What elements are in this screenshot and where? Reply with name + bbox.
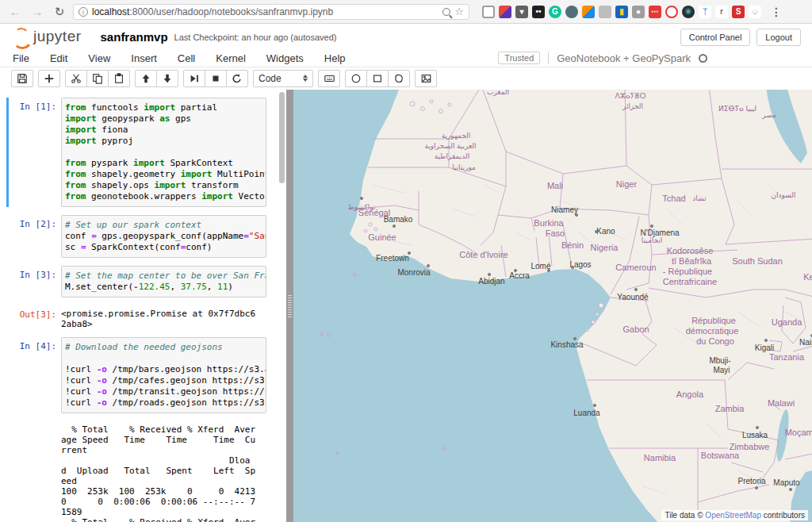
splitter-grip-icon [288, 295, 292, 317]
page-info-icon[interactable]: i [79, 7, 88, 17]
menu-item-kernel[interactable]: Kernel [216, 52, 246, 64]
jupyter-logo-text: jupyter [33, 28, 82, 45]
bookmark-star-icon[interactable]: ☆ [454, 6, 464, 17]
code-cell-input[interactable]: # Set the map center to be over San Fran… [61, 266, 266, 297]
opera-icon[interactable] [665, 6, 678, 18]
annotate-point-button[interactable] [345, 70, 367, 87]
add-cell-button[interactable] [38, 70, 60, 87]
s-icon[interactable]: S [732, 6, 745, 18]
menu-item-insert[interactable]: Insert [131, 52, 157, 64]
refresh-icon[interactable]: ↻ [51, 5, 68, 19]
stream-text: % Total % Received % Xferd Aver age Spee… [61, 421, 255, 522]
url-bar[interactable]: i localhost:8000/user/hadoop/notebooks/s… [73, 4, 469, 20]
r-icon[interactable]: r [715, 6, 728, 18]
notebook-content: In [1]:from functools import partial imp… [0, 90, 812, 522]
code-cell: In [2]:# Set up our spark context conf =… [6, 215, 277, 258]
screenshot-icon[interactable]: ● [632, 6, 645, 18]
map-pane[interactable]: المغربⴷⵣⴰⵢⴻⵔالجزائرⵍⵉⴱⵢⴰ ليبيامصرالجمهور… [293, 90, 812, 522]
code-cell: In [3]:# Set the map center to be over S… [6, 266, 277, 297]
map-canvas [293, 90, 812, 522]
browser-menu-icon[interactable]: ⋮ [771, 6, 782, 18]
move-cell-down-button[interactable] [156, 70, 178, 87]
smiley-icon[interactable]: ☺ [749, 6, 761, 18]
select-arrows-icon [303, 75, 308, 82]
pane-splitter[interactable] [286, 90, 293, 522]
cut-cell-button[interactable] [65, 70, 87, 87]
checkpoint-status: Last Checkpoint: an hour ago (autosaved) [174, 33, 337, 42]
browser-toolbar: ← → ↻ i localhost:8000/user/hadoop/noteb… [0, 0, 812, 24]
command-palette-button[interactable] [318, 70, 340, 87]
menu-item-view[interactable]: View [88, 52, 110, 64]
figure-icon[interactable]: ᛉ [699, 6, 711, 18]
arrow-icon[interactable] [582, 6, 595, 18]
cell-output: Out[3]:<promise.promise.Promise at 0x7f7… [6, 305, 277, 329]
grammarly-icon[interactable]: G [549, 6, 561, 18]
menu-item-file[interactable]: File [13, 52, 29, 64]
input-prompt: In [2]: [9, 215, 61, 258]
kernel-idle-icon [699, 54, 707, 63]
kernel-name: GeoNotebook + GeoPySpark [557, 52, 691, 64]
cell-stream-output: % Total % Received % Xferd Aver age Spee… [6, 421, 277, 522]
code-cell-input[interactable]: # Set up our spark context conf = gps.ge… [61, 215, 266, 258]
back-icon[interactable]: ← [6, 5, 24, 18]
input-prompt: In [4]: [9, 337, 61, 413]
triangle-icon[interactable] [599, 6, 611, 18]
rocket-icon[interactable] [565, 6, 578, 18]
jupyter-logo-icon[interactable] [11, 27, 30, 46]
notebook-scrollbar[interactable] [279, 92, 285, 183]
pocket-icon[interactable]: ▾ [515, 6, 528, 18]
copy-cell-button[interactable] [86, 70, 109, 87]
output-prompt: Out[3]: [9, 305, 61, 329]
menu-item-widgets[interactable]: Widgets [266, 52, 304, 64]
colorwheel-icon[interactable]: ✳ [682, 6, 695, 18]
url-text: localhost:8000/user/hadoop/notebooks/san… [92, 6, 439, 17]
code-cell-input[interactable]: from functools import partial import geo… [61, 98, 266, 207]
output-prompt-spacer [9, 421, 61, 522]
dark-app-icon[interactable]: •• [532, 6, 545, 18]
move-cell-up-button[interactable] [135, 70, 157, 87]
extension-row: ▾••G▮●⋯✳ᛉrS☺ [482, 6, 761, 18]
notebook-pane: In [1]:from functools import partial imp… [0, 90, 277, 522]
code-cell-input[interactable]: # Download the needed geojsons !curl -o … [61, 337, 266, 413]
logout-button[interactable]: Logout [756, 29, 801, 46]
input-prompt: In [1]: [9, 98, 61, 207]
separator [548, 52, 549, 63]
output-text: <promise.promise.Promise at 0x7f7dbc6 2a… [61, 305, 255, 329]
trusted-badge: Trusted [498, 52, 540, 64]
restart-kernel-button[interactable] [226, 70, 248, 87]
menu-item-edit[interactable]: Edit [50, 52, 67, 64]
cell-type-select[interactable]: Code [253, 70, 313, 87]
run-cell-button[interactable] [183, 70, 205, 87]
osm-link[interactable]: OpenStreetMap [705, 511, 761, 520]
code-cell: In [1]:from functools import partial imp… [6, 98, 277, 207]
stop-kernel-button[interactable] [205, 70, 227, 87]
design-icon[interactable] [499, 6, 511, 18]
notebook-title[interactable]: sanfranmvp [101, 30, 168, 44]
input-prompt: In [3]: [9, 266, 61, 297]
chart-icon[interactable]: ▮ [615, 6, 628, 18]
cast-icon[interactable] [482, 6, 495, 18]
menu-item-help[interactable]: Help [324, 52, 346, 64]
forward-icon[interactable]: → [29, 5, 46, 18]
paste-cell-button[interactable] [108, 70, 130, 87]
save-button[interactable] [11, 70, 33, 87]
map-attribution: Tile data © OpenStreetMap contributors [661, 510, 808, 520]
menu-item-cell[interactable]: Cell [178, 52, 195, 64]
menubar: FileEditViewInsertCellKernelWidgetsHelp … [0, 49, 812, 67]
image-layer-button[interactable] [415, 70, 437, 87]
notebook-header: jupyter sanfranmvp Last Checkpoint: an h… [0, 24, 812, 49]
control-panel-button[interactable]: Control Panel [680, 29, 751, 46]
search-icon[interactable] [442, 8, 450, 16]
toolbar: Code [0, 67, 812, 89]
annotate-polygon-button[interactable] [388, 70, 410, 87]
annotate-rectangle-button[interactable] [366, 70, 389, 87]
code-cell: In [4]:# Download the needed geojsons !c… [6, 337, 277, 413]
adblock-icon[interactable]: ⋯ [649, 6, 661, 18]
